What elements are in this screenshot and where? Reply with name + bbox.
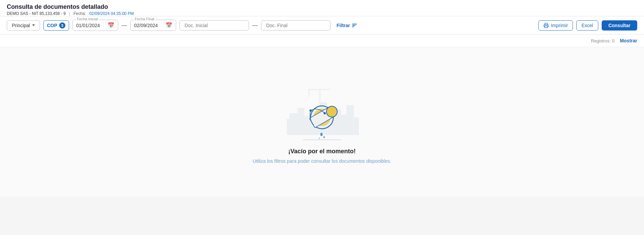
svg-point-22 — [319, 137, 320, 139]
fecha-inicial-input[interactable] — [76, 23, 105, 28]
date-value: 02/09/2024 04:35:00 PM — [89, 11, 134, 16]
doc-range-separator: — — [252, 22, 258, 28]
filter-icon — [352, 24, 357, 27]
svg-rect-3 — [298, 108, 304, 135]
svg-point-25 — [324, 112, 326, 114]
empty-state: ¡Vacío por el momento! Utiliza los filtr… — [0, 47, 644, 196]
cop-label: COP — [47, 23, 57, 28]
toolbar: Principal COP $ Fecha Inicial 📅 — Fecha … — [0, 16, 644, 35]
fecha-inicial-field: Fecha Inicial 📅 — [72, 20, 118, 31]
svg-rect-2 — [287, 119, 291, 135]
fecha-final-field: Fecha Final 📅 — [130, 20, 176, 31]
cop-currency-badge[interactable]: COP $ — [43, 20, 69, 31]
svg-rect-14 — [308, 89, 309, 97]
fecha-inicial-wrap: 📅 — [72, 20, 118, 31]
fecha-final-wrap: 📅 — [130, 20, 176, 31]
fecha-final-calendar-icon[interactable]: 📅 — [166, 22, 172, 28]
print-icon — [543, 23, 549, 28]
mostrar-button[interactable]: Mostrar — [620, 38, 637, 43]
svg-point-21 — [323, 136, 325, 138]
imprimir-button[interactable]: Imprimir — [538, 20, 573, 31]
svg-point-24 — [309, 109, 312, 111]
excel-button[interactable]: Excel — [576, 20, 598, 31]
principal-dropdown[interactable]: Principal — [7, 20, 40, 31]
imprimir-label: Imprimir — [551, 23, 568, 28]
empty-title: ¡Vacío por el momento! — [288, 148, 356, 155]
page-title: Consulta de documentos detallado — [7, 3, 637, 11]
subtitle-bar: DEMO SAS - NIT 85,133,458 - 9 | Fecha: 0… — [7, 11, 637, 16]
registros-count: Registros: 0 — [591, 38, 614, 43]
fecha-inicial-calendar-icon[interactable]: 📅 — [108, 22, 114, 28]
filtrar-button[interactable]: Filtrar — [334, 21, 360, 30]
svg-rect-12 — [319, 89, 320, 104]
separator: | — [69, 11, 70, 16]
svg-rect-9 — [341, 115, 346, 135]
filtrar-label: Filtrar — [337, 23, 350, 28]
empty-subtitle: Utiliza los filtros para poder consultar… — [253, 158, 391, 164]
svg-rect-4 — [304, 116, 310, 135]
excel-label: Excel — [581, 23, 593, 28]
date-range-separator: — — [122, 22, 127, 28]
company-name: DEMO SAS - NIT 85,133,458 - 9 — [7, 11, 66, 16]
date-label: Fecha: — [73, 11, 86, 16]
chevron-down-icon — [32, 24, 35, 26]
doc-inicial-field — [179, 20, 249, 31]
empty-illustration — [281, 73, 363, 148]
svg-rect-13 — [308, 89, 330, 90]
fecha-final-input[interactable] — [134, 23, 163, 28]
results-bar: Registros: 0 Mostrar — [0, 35, 644, 47]
svg-rect-0 — [545, 26, 548, 27]
consultar-label: Consultar — [608, 23, 630, 28]
doc-final-input[interactable] — [266, 23, 325, 28]
doc-inicial-input[interactable] — [185, 23, 244, 28]
fecha-inicial-label: Fecha Inicial — [76, 17, 99, 21]
currency-icon: $ — [59, 22, 65, 28]
svg-rect-10 — [346, 105, 354, 135]
consultar-button[interactable]: Consultar — [602, 20, 637, 31]
doc-final-field — [261, 20, 330, 31]
principal-label: Principal — [12, 23, 30, 28]
fecha-final-label: Fecha Final — [134, 17, 155, 21]
header-section: Consulta de documentos detallado DEMO SA… — [0, 0, 644, 16]
svg-point-20 — [320, 133, 322, 136]
svg-rect-11 — [354, 117, 359, 135]
